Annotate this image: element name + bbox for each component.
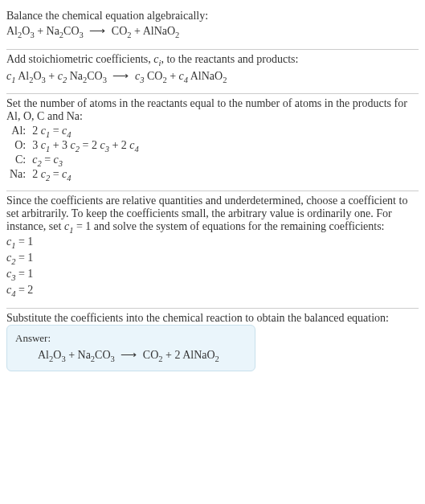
answer-box: Answer: Al2O3 + Na2CO3 ⟶ CO2 + 2 AlNaO2	[6, 325, 255, 372]
table-row: O: 3 c1 + 3 c2 = 2 c3 + 2 c4	[6, 139, 142, 154]
solution-line: c4 = 2	[6, 284, 419, 298]
problem-section: Balance the chemical equation algebraica…	[6, 6, 419, 49]
step3-section: Since the coefficients are relative quan…	[6, 191, 419, 308]
step2-text: Set the number of atoms in the reactants…	[6, 97, 419, 123]
atom-balance-table: Al: 2 c1 = c4 O: 3 c1 + 3 c2 = 2 c3 + 2 …	[6, 125, 142, 182]
step3-text: Since the coefficients are relative quan…	[6, 195, 419, 235]
step1-section: Add stoichiometric coefficients, ci, to …	[6, 50, 419, 94]
solution-line: c2 = 1	[6, 252, 419, 266]
step1-text: Add stoichiometric coefficients, ci, to …	[6, 53, 419, 68]
problem-intro: Balance the chemical equation algebraica…	[6, 10, 419, 23]
element-equation: 2 c2 = c4	[29, 168, 142, 182]
step4-section: Substitute the coefficients into the che…	[6, 309, 419, 380]
answer-label: Answer:	[15, 332, 247, 345]
table-row: Al: 2 c1 = c4	[6, 125, 142, 139]
answer-equation: Al2O3 + Na2CO3 ⟶ CO2 + 2 AlNaO2	[15, 348, 247, 363]
table-row: C: c2 = c3	[6, 154, 142, 168]
element-label: Al:	[6, 125, 29, 139]
element-equation: c2 = c3	[29, 154, 142, 168]
step2-section: Set the number of atoms in the reactants…	[6, 94, 419, 190]
element-label: O:	[6, 139, 29, 154]
solution-line: c1 = 1	[6, 236, 419, 250]
problem-equation: Al2O3 + Na2CO3 ⟶ CO2 + AlNaO2	[6, 24, 419, 39]
element-equation: 3 c1 + 3 c2 = 2 c3 + 2 c4	[29, 139, 142, 154]
element-label: Na:	[6, 168, 29, 182]
element-equation: 2 c1 = c4	[29, 125, 142, 139]
element-label: C:	[6, 154, 29, 168]
solution-line: c3 = 1	[6, 268, 419, 282]
step1-equation: c1 Al2O3 + c2 Na2CO3 ⟶ c3 CO2 + c4 AlNaO…	[6, 69, 419, 84]
table-row: Na: 2 c2 = c4	[6, 168, 142, 182]
step4-text: Substitute the coefficients into the che…	[6, 312, 419, 325]
